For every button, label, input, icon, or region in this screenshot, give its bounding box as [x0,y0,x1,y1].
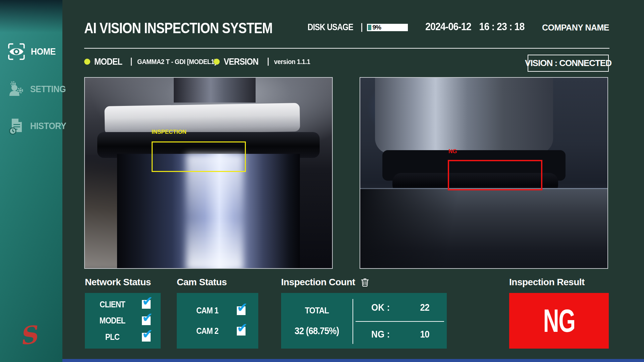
separator [361,23,362,32]
company-name: COMPANY NAME [542,23,609,33]
disk-usage-fill [368,25,371,30]
camera-view-2: NG [360,77,608,269]
model-status-dot [84,59,90,65]
bottom-accent-strip [62,359,644,362]
trash-icon [361,278,369,287]
network-row-plc: PLC [85,332,161,342]
ng-roi-label: NG [448,148,457,154]
camera-view-1: INSPECTION [84,77,333,269]
network-client-label: CLIENT [97,300,128,309]
ng-label: NG : [371,329,390,340]
user-gear-icon [7,80,25,98]
inspection-roi-box [152,141,246,172]
network-row-model: MODEL [85,316,161,325]
sidebar-item-label: HOME [31,46,56,57]
time-text: 16 : 23 : 18 [479,21,525,33]
inspection-count-panel: TOTAL 32 (68.75%) OK : 22 NG : 10 [281,293,447,349]
inspection-count-title: Inspection Count [281,277,369,288]
cam-row-1: CAM 1 [177,306,258,315]
ok-value: 22 [420,302,429,313]
disk-usage: DISK USAGE 9% [308,22,408,33]
eye-scan-icon [7,43,25,61]
result-value: NG [543,305,575,337]
cam2-label: CAM 2 [192,326,223,336]
ok-count-row: OK : 22 [353,296,447,319]
count-total-cell: TOTAL 32 (68.75%) [281,293,353,349]
version-status: VERSION version 1.1.1 [214,55,312,68]
disk-usage-percent: 9% [372,24,381,31]
network-status-title: Network Status [85,277,151,288]
sidebar-item-setting[interactable]: SETTING [0,78,62,100]
network-client-checkbox checked-icon [142,300,151,309]
page-title: AI VISION INSPECTION SYSTEM [84,19,272,37]
model-value: GAMMA2 T - GDI [MODEL1] [137,58,216,66]
network-status-panel: CLIENT MODEL PLC [85,293,161,349]
cam1-checkbox checked-icon [237,306,246,315]
header-divider [84,48,609,49]
inspection-count-title-text: Inspection Count [281,277,355,288]
sidebar: HOME SETTING [0,0,62,362]
separator [268,58,269,66]
ng-roi-box [448,160,542,190]
inspection-result-panel: NG [509,293,609,349]
cam-status-panel: CAM 1 CAM 2 [177,293,258,349]
reset-count-button[interactable] [361,278,369,287]
total-value: 32 (68.75%) [294,325,339,337]
cam-status-title: Cam Status [177,277,227,288]
count-okng-cell: OK : 22 NG : 10 [353,293,447,349]
inspection-result-title: Inspection Result [509,277,585,288]
network-plc-checkbox checked-icon [142,333,151,342]
disk-usage-label: DISK USAGE [308,22,353,33]
count-horizontal-divider [356,321,444,322]
sidebar-item-label: HISTORY [30,121,66,131]
brand-logo: S [17,320,39,351]
disk-usage-bar: 9% [367,24,408,31]
network-model-checkbox checked-icon [142,316,151,325]
version-status-dot [214,59,220,65]
network-plc-label: PLC [97,332,128,342]
inspection-roi-label: INSPECTION [152,129,186,135]
version-label: VERSION [224,57,258,67]
network-row-client: CLIENT [85,300,161,309]
cam2-checkbox checked-icon [237,327,246,336]
model-status: MODEL GAMMA2 T - GDI [MODEL1] [84,55,221,68]
sidebar-item-home[interactable]: HOME [0,41,62,62]
sidebar-item-history[interactable]: HISTORY [0,115,62,137]
datetime: 2024-06-12 16 : 23 : 18 [425,21,524,33]
sidebar-item-label: SETTING [30,84,66,95]
app-window: HOME SETTING [0,0,644,362]
separator [131,58,132,66]
camera-1-image [85,78,332,268]
ok-label: OK : [371,302,390,313]
total-label: TOTAL [305,305,329,316]
document-clock-icon [7,117,25,135]
cam1-label: CAM 1 [192,306,223,315]
ng-count-row: NG : 10 [353,322,447,346]
cam-row-2: CAM 2 [177,326,258,336]
network-model-label: MODEL [97,316,128,325]
version-value: version 1.1.1 [274,58,310,66]
model-label: MODEL [94,57,122,67]
ng-value: 10 [420,329,429,340]
vision-connection-badge: VISION : CONNECTED [528,55,609,72]
date-text: 2024-06-12 [425,21,471,33]
